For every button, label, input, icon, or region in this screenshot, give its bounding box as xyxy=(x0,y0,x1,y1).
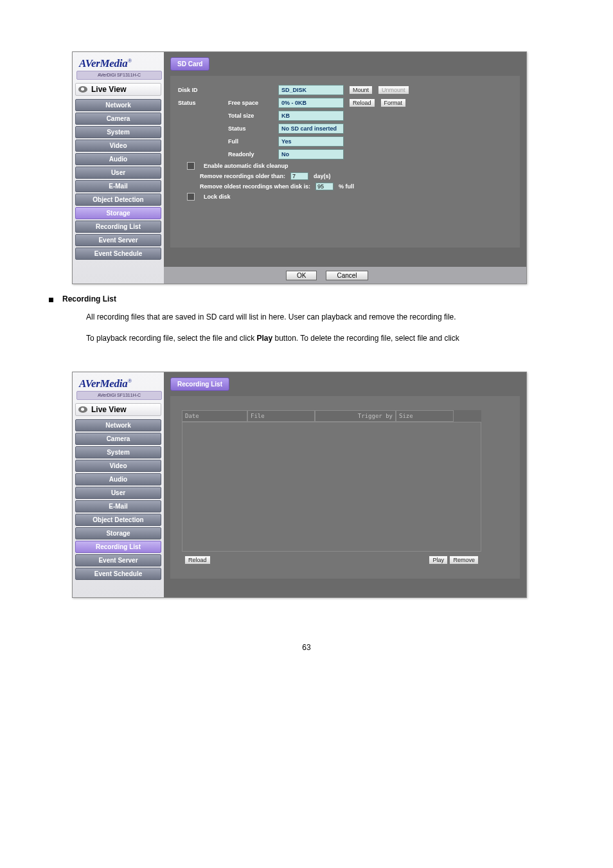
format-button[interactable]: Format xyxy=(380,98,407,107)
full-label: Full xyxy=(228,138,273,145)
readonly-value: No xyxy=(278,149,344,159)
cleanup-checkbox[interactable] xyxy=(187,162,195,170)
sidebar-item-email[interactable]: E-Mail xyxy=(75,500,161,512)
diskid-value: SD_DISK xyxy=(278,85,344,95)
play-button[interactable]: Play xyxy=(429,556,448,565)
eye-icon xyxy=(78,406,87,413)
footer-bar: OK Cancel xyxy=(164,267,526,284)
col-file: File xyxy=(247,410,315,422)
older-label: Remove recordings older than: xyxy=(200,173,285,179)
sidebar-item-storage[interactable]: Storage xyxy=(75,207,161,219)
model-badge: AVerDiGi SF1311H-C xyxy=(76,71,162,80)
sidebar-item-storage[interactable]: Storage xyxy=(75,527,161,539)
lockdisk-label: Lock disk xyxy=(204,194,231,200)
sidebar-item-network[interactable]: Network xyxy=(75,99,161,111)
sidebar-item-video[interactable]: Video xyxy=(75,460,161,472)
cleanup-label: Enable automatic disk cleanup xyxy=(204,163,289,169)
older-input[interactable] xyxy=(290,172,308,180)
sidebar-item-video[interactable]: Video xyxy=(75,140,161,152)
sidebar-item-object-detection[interactable]: Object Detection xyxy=(75,514,161,526)
freespace-label: Free space xyxy=(228,100,273,106)
sd-card-panel: Disk ID SD_DISK Mount Unmount Status Fre… xyxy=(170,76,520,248)
fullthresh-suffix: % full xyxy=(339,183,354,190)
fullthresh-input[interactable] xyxy=(315,183,333,190)
sidebar-item-event-server[interactable]: Event Server xyxy=(75,234,161,246)
totalsize-value: KB xyxy=(278,111,344,121)
sidebar-item-recording-list[interactable]: Recording List xyxy=(75,541,161,553)
live-view-button[interactable]: Live View xyxy=(75,403,161,416)
status-label: Status xyxy=(178,100,223,106)
fullthresh-label: Remove oldest recordings when disk is: xyxy=(200,183,310,190)
section-paragraph-1: All recording files that are saved in SD… xyxy=(86,310,527,325)
tab-sd-card[interactable]: SD Card xyxy=(170,57,209,71)
recording-list-screenshot: AVerMedia® AVerDiGi SF1311H-C Live View … xyxy=(72,372,527,598)
eye-icon xyxy=(78,86,87,93)
model-badge: AVerDiGi SF1311H-C xyxy=(76,391,162,400)
older-suffix: day(s) xyxy=(314,173,331,179)
page-number: 63 xyxy=(31,643,582,652)
sidebar-item-system[interactable]: System xyxy=(75,446,161,458)
tab-recording-list[interactable]: Recording List xyxy=(170,377,229,391)
col-date: Date xyxy=(182,410,247,422)
reload-button[interactable]: Reload xyxy=(184,556,211,565)
sidebar-item-event-schedule[interactable]: Event Schedule xyxy=(75,568,161,580)
sidebar-item-audio[interactable]: Audio xyxy=(75,473,161,485)
sidebar-item-event-schedule[interactable]: Event Schedule xyxy=(75,248,161,260)
full-value: Yes xyxy=(278,136,344,147)
sidebar: AVerMedia® AVerDiGi SF1311H-C Live View … xyxy=(73,52,164,284)
sidebar-item-audio[interactable]: Audio xyxy=(75,153,161,165)
unmount-button[interactable]: Unmount xyxy=(378,86,409,95)
brand-logo: AVerMedia® xyxy=(73,376,164,390)
cancel-button[interactable]: Cancel xyxy=(326,271,368,280)
reload-button[interactable]: Reload xyxy=(349,98,375,107)
status2-value: No SD card inserted xyxy=(278,123,344,134)
storage-screenshot: AVerMedia® AVerDiGi SF1311H-C Live View … xyxy=(72,51,527,284)
mount-button[interactable]: Mount xyxy=(349,86,373,95)
live-view-button[interactable]: Live View xyxy=(75,83,161,96)
lockdisk-checkbox[interactable] xyxy=(187,193,195,201)
sidebar-item-system[interactable]: System xyxy=(75,126,161,138)
recording-table-header: Date File Trigger by Size xyxy=(182,410,481,422)
sidebar-item-object-detection[interactable]: Object Detection xyxy=(75,194,161,206)
sidebar-item-camera[interactable]: Camera xyxy=(75,433,161,445)
col-trigger: Trigger by xyxy=(315,410,396,422)
brand-logo: AVerMedia® xyxy=(73,56,164,70)
sidebar-item-recording-list[interactable]: Recording List xyxy=(75,221,161,233)
sidebar-item-camera[interactable]: Camera xyxy=(75,113,161,125)
readonly-label: Readonly xyxy=(228,151,273,158)
sidebar-item-user[interactable]: User xyxy=(75,167,161,179)
sidebar: AVerMedia® AVerDiGi SF1311H-C Live View … xyxy=(73,372,164,597)
sidebar-item-network[interactable]: Network xyxy=(75,419,161,431)
square-bullet-icon xyxy=(49,298,53,302)
remove-button[interactable]: Remove xyxy=(449,556,479,565)
recording-table-body[interactable] xyxy=(182,422,481,552)
sidebar-item-user[interactable]: User xyxy=(75,487,161,499)
freespace-value: 0% - 0KB xyxy=(278,98,344,108)
totalsize-label: Total size xyxy=(228,113,273,119)
section-heading-row: Recording List xyxy=(49,294,582,303)
recording-list-panel: Date File Trigger by Size Reload Play Re… xyxy=(170,396,520,579)
section-heading: Recording List xyxy=(62,294,116,303)
diskid-label: Disk ID xyxy=(178,87,223,93)
section-paragraph-2: To playback recording file, select the f… xyxy=(86,331,527,346)
sidebar-item-event-server[interactable]: Event Server xyxy=(75,554,161,566)
sidebar-item-email[interactable]: E-Mail xyxy=(75,180,161,192)
ok-button[interactable]: OK xyxy=(286,271,317,280)
status2-label: Status xyxy=(228,125,273,132)
col-size: Size xyxy=(396,410,454,422)
